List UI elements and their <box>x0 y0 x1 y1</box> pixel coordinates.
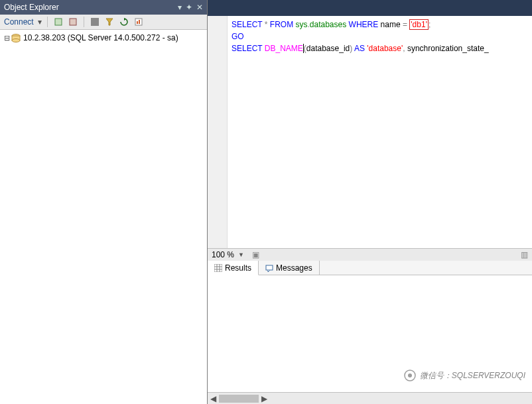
srv-icon <box>11 33 21 44</box>
tree-node[interactable]: ⊟10.2.38.203 (SQL Server 14.0.500.272 - … <box>3 33 207 44</box>
sql-editor[interactable]: SELECT * FROM sys.databases WHERE name =… <box>208 16 532 248</box>
dropdown-icon[interactable]: ▾ <box>178 3 182 12</box>
messages-icon <box>265 264 273 272</box>
connect-button[interactable]: Connect <box>4 17 34 27</box>
results-scrollbar[interactable]: ◀▶ <box>208 392 532 404</box>
svg-rect-1 <box>70 19 76 25</box>
svg-point-8 <box>12 38 20 42</box>
zoom-value[interactable]: 100 % <box>212 250 234 259</box>
pin-icon[interactable]: ✦ <box>186 3 192 12</box>
disconnect-icon[interactable] <box>68 17 78 27</box>
close-icon[interactable]: ✕ <box>196 3 203 12</box>
svg-rect-4 <box>137 21 138 24</box>
stop-icon[interactable] <box>90 17 100 27</box>
panel-titlebar: Object Explorer ▾ ✦ ✕ <box>0 0 207 15</box>
expand-icon[interactable]: ⊟ <box>3 33 11 44</box>
object-tree[interactable]: ⊟10.2.38.203 (SQL Server 14.0.500.272 - … <box>0 30 207 404</box>
filter-icon[interactable] <box>104 17 115 27</box>
svg-rect-5 <box>139 20 140 24</box>
watermark: 微信号：SQLSERVERZOUQI <box>404 370 525 381</box>
refresh-icon[interactable] <box>119 17 129 27</box>
editor-gutter <box>208 16 228 248</box>
kw-select: SELECT <box>232 20 262 29</box>
zoom-bar: 100 % ▼ ▣ ▥ <box>208 248 532 261</box>
main-area: SELECT * FROM sys.databases WHERE name =… <box>208 0 532 404</box>
report-icon[interactable] <box>133 17 144 27</box>
svg-rect-2 <box>91 18 99 26</box>
tree-label: 10.2.38.203 (SQL Server 14.0.500.272 - s… <box>23 33 178 44</box>
tab-messages[interactable]: Messages <box>259 261 320 275</box>
tab-results[interactable]: Results <box>208 261 259 275</box>
results-pane: Results Messages ◀▶ <box>208 261 532 404</box>
grid-icon <box>214 264 222 272</box>
svg-point-16 <box>408 373 412 377</box>
zoom-dropdown-icon[interactable]: ▼ <box>238 251 244 258</box>
literal-db1: 'db1' <box>409 19 429 30</box>
explorer-toolbar: Connect ▾ <box>0 15 207 30</box>
object-explorer-panel: Object Explorer ▾ ✦ ✕ Connect ▾ ⊟10.2.38… <box>0 0 208 404</box>
editor-tabbar <box>208 0 532 16</box>
svg-rect-9 <box>214 264 222 272</box>
connect-icon[interactable] <box>53 17 64 27</box>
panel-title: Object Explorer <box>4 3 59 12</box>
svg-rect-0 <box>55 19 62 25</box>
results-tabs: Results Messages <box>208 261 532 275</box>
svg-rect-14 <box>266 265 273 270</box>
